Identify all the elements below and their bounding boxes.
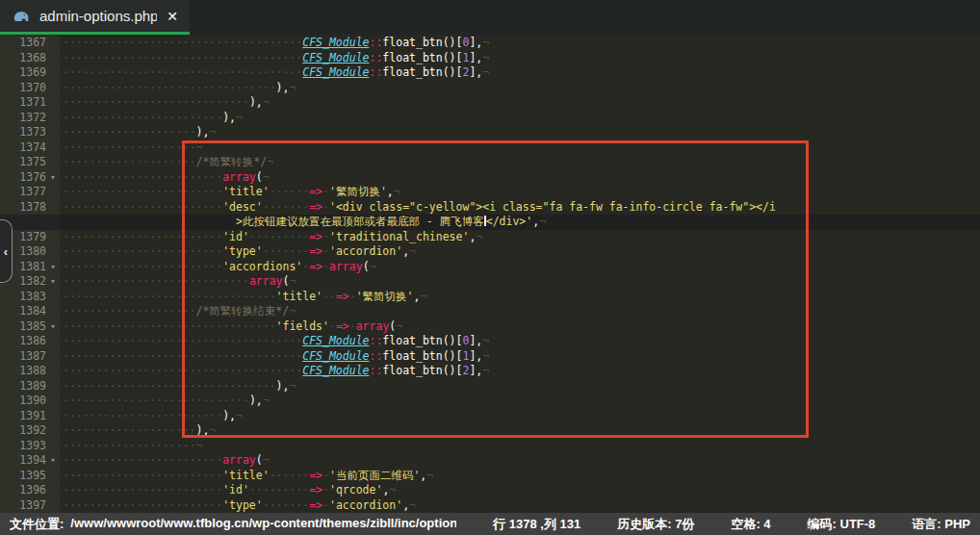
line-number: 1371 xyxy=(0,95,46,111)
code-text: ························array(¬ xyxy=(60,453,980,469)
code-text: ····················),¬ xyxy=(60,423,980,439)
code-text: ····················¬ xyxy=(60,439,980,454)
code-line[interactable]: 1374····················¬ xyxy=(0,140,980,156)
code-line[interactable]: 1386····································… xyxy=(0,334,980,349)
php-file-icon xyxy=(13,10,30,23)
chevron-left-icon: ‹ xyxy=(4,244,8,259)
code-line[interactable]: 1367····································… xyxy=(0,36,980,51)
code-line[interactable]: 1370································),¬ xyxy=(0,81,980,96)
code-text: ····················/*简繁转换*/¬ xyxy=(60,155,980,170)
gutter-cell: 1397 xyxy=(0,498,60,514)
tab-bar: admin-options.php ✕ xyxy=(0,0,980,35)
gutter-cell: 1396 xyxy=(0,483,60,498)
code-text: ························'type'·······=>·… xyxy=(60,498,980,514)
code-text: ························'desc'·······=>·… xyxy=(60,200,980,216)
gutter-cell: 1373 xyxy=(0,125,60,140)
line-number: 1384 xyxy=(0,304,46,319)
line-number: 1389 xyxy=(0,379,46,395)
code-text: ································),¬ xyxy=(60,379,980,395)
code-line[interactable]: 1376▾························array(¬ xyxy=(0,170,980,186)
line-number: 1383 xyxy=(0,290,46,305)
line-number: 1388 xyxy=(0,364,46,379)
code-line[interactable]: 1395························'title'·····… xyxy=(0,469,980,484)
status-item: 编码: UTF-8 xyxy=(808,516,876,533)
status-bar: 文件位置: /www/wwwroot/www.tfblog.cn/wp-cont… xyxy=(0,513,980,535)
code-text: ····················),¬ xyxy=(60,125,980,140)
code-text: ································'title'·… xyxy=(60,290,980,305)
line-number: 1391 xyxy=(0,409,46,424)
code-line[interactable]: 1390····························),¬ xyxy=(0,394,980,409)
line-number: 1385 xyxy=(0,319,46,335)
code-editor[interactable]: 1367····································… xyxy=(0,35,980,513)
code-rows: 1367····································… xyxy=(0,36,980,513)
code-line[interactable]: 1389································),¬ xyxy=(0,379,980,395)
gutter-cell: 1383 xyxy=(0,290,60,305)
code-text: ························'title'······=>·… xyxy=(60,185,980,200)
fold-arrow-icon[interactable]: ▾ xyxy=(46,453,60,469)
tab-admin-options[interactable]: admin-options.php ✕ xyxy=(0,0,190,35)
file-location-label: 文件位置: xyxy=(10,516,64,533)
code-line[interactable]: 1383································'tit… xyxy=(0,290,980,305)
code-text: ························'title'······=>·… xyxy=(60,469,980,484)
line-number: 1374 xyxy=(0,140,46,156)
gutter-cell: 1376▾ xyxy=(0,170,60,186)
code-text: ························'type'·······=>·… xyxy=(60,244,980,260)
fold-arrow-icon[interactable]: ▾ xyxy=(46,319,60,335)
code-text: >此按钮建议放置在最顶部或者最底部 - 腾飞博客</div>',¬ xyxy=(60,215,980,230)
code-text: ································'fields'… xyxy=(60,319,980,335)
code-line[interactable]: 1388····································… xyxy=(0,364,980,379)
code-line[interactable]: 1392····················),¬ xyxy=(0,423,980,439)
code-line[interactable]: 1381▾························'accordions… xyxy=(0,260,980,275)
line-number: 1394 xyxy=(0,453,46,469)
gutter-cell: 1392 xyxy=(0,423,60,439)
gutter-cell: 1389 xyxy=(0,379,60,395)
close-tab-icon[interactable]: ✕ xyxy=(167,10,178,23)
code-line[interactable]: 1371····························),¬ xyxy=(0,95,980,111)
fold-arrow-icon[interactable]: ▾ xyxy=(46,260,60,275)
tab-label: admin-options.php xyxy=(39,8,157,24)
gutter-cell: 1375 xyxy=(0,155,60,170)
gutter-cell: 1369 xyxy=(0,65,60,81)
code-line[interactable]: 1368····································… xyxy=(0,51,980,66)
status-item: 空格: 4 xyxy=(731,516,770,533)
code-text: ····················¬ xyxy=(60,140,980,156)
code-line[interactable]: 1377························'title'·····… xyxy=(0,185,980,200)
code-line[interactable]: 1394▾························array(¬ xyxy=(0,453,980,469)
code-line[interactable]: 1384····················/*简繁转换结束*/¬ xyxy=(0,304,980,319)
line-number: 1368 xyxy=(0,51,46,66)
code-text: ································),¬ xyxy=(60,81,980,96)
code-text: ····························array(¬ xyxy=(60,274,980,290)
code-line[interactable]: 1397························'type'······… xyxy=(0,498,980,514)
code-text: ····································CFS_… xyxy=(60,334,980,349)
line-number: 1369 xyxy=(0,65,46,81)
code-line[interactable]: 1379························'id'········… xyxy=(0,230,980,245)
code-line[interactable]: 1396························'id'········… xyxy=(0,483,980,498)
code-text: ························array(¬ xyxy=(60,170,980,186)
gutter-cell: 1387 xyxy=(0,349,60,365)
fold-arrow-icon[interactable]: ▾ xyxy=(46,274,60,290)
sidebar-collapse-handle[interactable]: ‹ xyxy=(0,219,13,283)
code-line[interactable]: 1378························'desc'······… xyxy=(0,200,980,216)
code-line[interactable]: 1387····································… xyxy=(0,349,980,365)
line-number: 1376 xyxy=(0,170,46,186)
code-text: ····································CFS_… xyxy=(60,349,980,365)
line-number: 1378 xyxy=(0,200,46,216)
code-line[interactable]: 1393····················¬ xyxy=(0,439,980,454)
gutter-cell: 1371 xyxy=(0,95,60,111)
fold-arrow-icon[interactable]: ▾ xyxy=(46,170,60,186)
code-line[interactable]: 1369····································… xyxy=(0,65,980,81)
code-line[interactable]: 1382▾····························array(¬ xyxy=(0,274,980,290)
line-number: 1396 xyxy=(0,483,46,498)
code-line[interactable]: 1375····················/*简繁转换*/¬ xyxy=(0,155,980,170)
gutter-cell: 1388 xyxy=(0,364,60,379)
code-text: ····························),¬ xyxy=(60,95,980,111)
code-line[interactable]: 1385▾································'fi… xyxy=(0,319,980,335)
code-line[interactable]: 1373····················),¬ xyxy=(0,125,980,140)
gutter-cell: 1372 xyxy=(0,111,60,126)
code-line[interactable]: 1391························),¬ xyxy=(0,409,980,424)
code-line[interactable]: 1380························'type'······… xyxy=(0,244,980,260)
code-line[interactable]: >此按钮建议放置在最顶部或者最底部 - 腾飞博客</div>',¬ xyxy=(0,215,980,230)
code-line[interactable]: 1372························),¬ xyxy=(0,111,980,126)
code-text: ····································CFS_… xyxy=(60,65,980,81)
gutter-cell: 1368 xyxy=(0,51,60,66)
